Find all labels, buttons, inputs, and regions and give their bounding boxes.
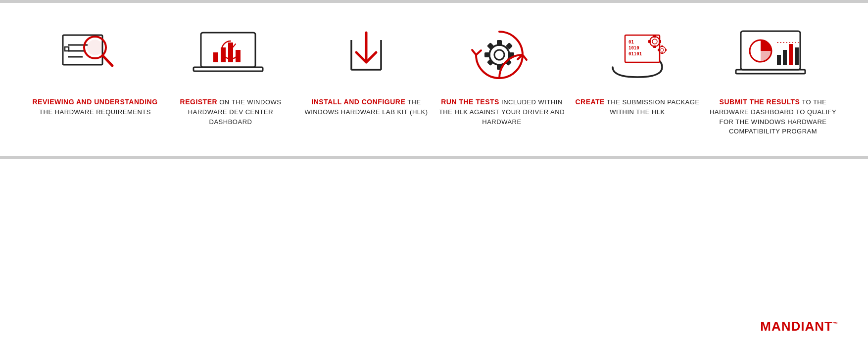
step-1-text: REVIEWING AND UNDERSTANDING THE HARDWARE… (32, 97, 157, 117)
svg-point-7 (87, 40, 103, 55)
svg-rect-4 (65, 47, 69, 51)
mandiant-logo: MANDIANT™ (760, 319, 838, 334)
footer: MANDIANT™ (760, 319, 838, 334)
step-1: REVIEWING AND UNDERSTANDING THE HARDWARE… (31, 23, 159, 117)
svg-rect-44 (661, 52, 663, 54)
brand-rest: ANDIANT (772, 319, 833, 334)
step-3-text: INSTALL AND CONFIGURE THE WINDOWS HARDWA… (302, 97, 431, 117)
svg-point-42 (661, 48, 664, 51)
svg-point-22 (494, 50, 504, 60)
svg-rect-43 (661, 45, 663, 47)
svg-rect-46 (665, 49, 667, 51)
step-6: SUBMIT THE RESULTS TO THE HARDWARE DASHB… (709, 23, 837, 136)
brand-m: M (760, 319, 772, 334)
svg-rect-45 (658, 49, 659, 51)
step-6-icon (733, 23, 813, 87)
svg-rect-53 (795, 47, 799, 65)
step-4-icon (462, 23, 541, 87)
step-5-icon: 01 1010 01101 (598, 23, 677, 87)
svg-rect-52 (789, 44, 793, 65)
step-4: RUN THE TESTS INCLUDED WITHIN THE HLK AG… (437, 23, 566, 127)
svg-text:01: 01 (628, 40, 634, 44)
step-6-text: SUBMIT THE RESULTS TO THE HARDWARE DASHB… (709, 97, 837, 136)
svg-rect-23 (497, 40, 502, 46)
svg-rect-48 (736, 70, 805, 74)
svg-rect-25 (484, 52, 490, 57)
main-content: REVIEWING AND UNDERSTANDING THE HARDWARE… (0, 3, 868, 151)
svg-rect-40 (659, 40, 661, 43)
step-3-icon (327, 23, 406, 87)
step-2-icon (191, 23, 270, 87)
svg-line-6 (103, 56, 112, 66)
bottom-border (0, 156, 868, 159)
step-2-text: REGISTER ON THE WINDOWS HARDWARE DEV CEN… (166, 97, 295, 127)
step-5-text: CREATE THE SUBMISSION PACKAGE WITHIN THE… (573, 97, 702, 117)
step-3: INSTALL AND CONFIGURE THE WINDOWS HARDWA… (302, 23, 431, 117)
trademark: ™ (833, 321, 838, 327)
svg-rect-38 (653, 45, 656, 48)
svg-rect-10 (213, 52, 218, 62)
step-1-icon (55, 23, 135, 87)
svg-text:1010: 1010 (628, 45, 639, 50)
svg-rect-9 (193, 67, 263, 71)
svg-rect-51 (783, 50, 787, 65)
svg-rect-39 (648, 40, 651, 43)
svg-rect-29 (487, 59, 494, 66)
step-2: REGISTER ON THE WINDOWS HARDWARE DEV CEN… (166, 23, 295, 127)
svg-rect-50 (777, 55, 781, 65)
svg-rect-37 (653, 35, 656, 38)
step-5: 01 1010 01101 CREATE THE SUBMISSION (573, 23, 702, 117)
step-4-text: RUN THE TESTS INCLUDED WITHIN THE HLK AG… (437, 97, 566, 127)
svg-point-16 (229, 48, 232, 51)
svg-text:01101: 01101 (628, 51, 642, 56)
